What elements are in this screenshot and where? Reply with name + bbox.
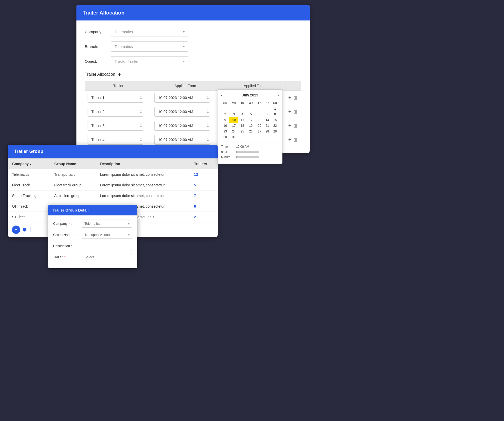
cal-next-btn[interactable]: ›	[278, 93, 279, 97]
cal-date[interactable]: 20	[255, 123, 264, 129]
cal-date[interactable]: 19	[246, 123, 255, 129]
cal-prev-btn[interactable]: ‹	[221, 93, 222, 97]
cal-date[interactable]: 8	[271, 111, 279, 117]
from3-arrows: ▲ ▼	[207, 123, 209, 128]
from4-down[interactable]: ▼	[207, 140, 209, 142]
cal-date[interactable]: 15	[271, 117, 279, 123]
from1-input[interactable]	[154, 93, 210, 103]
from4-up[interactable]: ▲	[207, 137, 209, 140]
hour-slider-fill	[236, 151, 237, 153]
trailer2-input[interactable]	[88, 107, 143, 117]
row2-add-btn[interactable]: +	[288, 109, 292, 115]
trailer3-input[interactable]	[88, 121, 143, 131]
cal-date-today[interactable]: 10	[229, 117, 238, 123]
cal-date[interactable]: 3	[229, 111, 238, 117]
from4-input[interactable]	[154, 135, 210, 145]
cal-date[interactable]: 27	[255, 129, 264, 134]
cal-week-1: 1	[221, 106, 279, 111]
row3-delete-btn[interactable]: 🗑	[293, 123, 298, 129]
tg-add-button[interactable]: +	[12, 226, 20, 234]
trailer3-up[interactable]: ▲	[140, 123, 142, 126]
branch-select[interactable]: Telematics	[111, 41, 188, 52]
from3-down[interactable]: ▼	[207, 126, 209, 128]
cal-date[interactable]: 21	[264, 123, 271, 129]
object-select[interactable]: Tractor Trailer	[111, 56, 188, 66]
trailer3-down[interactable]: ▼	[140, 126, 142, 128]
cal-date[interactable]: 5	[246, 111, 255, 117]
trailer1-down[interactable]: ▼	[140, 98, 142, 100]
from3-spinner: ▲ ▼	[154, 121, 210, 131]
cal-day-empty	[221, 106, 229, 111]
tg-col-group-name: Group Name	[50, 159, 96, 169]
cal-date[interactable]: 29	[271, 129, 279, 134]
cal-date[interactable]: 4	[238, 111, 246, 117]
cal-date[interactable]: 1	[271, 106, 279, 111]
tg-dot-indicator	[23, 228, 26, 231]
tgd-description-input[interactable]	[82, 242, 132, 250]
cal-date[interactable]: 7	[264, 111, 271, 117]
cal-date[interactable]: 14	[264, 117, 271, 123]
from2-input[interactable]	[154, 107, 210, 117]
cal-date[interactable]: 2	[221, 111, 229, 117]
list-item: Smart Tracking All trailers group Lorem …	[8, 191, 218, 201]
trailer2-down[interactable]: ▼	[140, 112, 142, 114]
trailer4-up[interactable]: ▲	[140, 137, 142, 140]
row4-add-btn[interactable]: +	[288, 137, 292, 143]
row2-delete-btn[interactable]: 🗑	[293, 109, 298, 115]
cal-date[interactable]: 9	[221, 117, 229, 123]
trailer4-arrows: ▲ ▼	[140, 137, 142, 142]
trailer-group-detail-panel: Trailer Group Detail Company * : Telemat…	[48, 205, 137, 268]
minute-slider[interactable]	[236, 156, 259, 158]
from1-up[interactable]: ▲	[207, 95, 209, 98]
cal-date[interactable]: 25	[238, 129, 246, 134]
trailer-allocation-title: Trailer Allocation	[83, 10, 125, 16]
cal-day-empty	[264, 106, 271, 111]
row4-action-btns: + 🗑	[288, 137, 299, 143]
trailer1-up[interactable]: ▲	[140, 95, 142, 98]
tg-description: Lorem ipsum dolor sit amet, consectetur	[96, 180, 190, 191]
cal-date[interactable]: 6	[255, 111, 264, 117]
tgd-company-select[interactable]: Telematics	[82, 220, 132, 228]
company-select[interactable]: Telematics	[111, 27, 188, 37]
cal-date[interactable]: 13	[255, 117, 264, 123]
trailer1-input[interactable]	[88, 93, 143, 103]
cal-date[interactable]: 17	[229, 123, 238, 129]
cal-date[interactable]: 23	[221, 129, 229, 134]
tg-trailers-count: 5	[190, 180, 218, 191]
row1-action-btns: + 🗑	[288, 95, 299, 101]
minute-row: Minute	[221, 155, 279, 159]
tg-col-company[interactable]: Company	[8, 159, 50, 169]
trailer2-up[interactable]: ▲	[140, 109, 142, 112]
row4-delete-btn[interactable]: 🗑	[293, 137, 298, 143]
from2-up[interactable]: ▲	[207, 109, 209, 112]
tgd-trailer-input[interactable]	[82, 253, 132, 261]
allocation-section-title-row: Trailer Allocation +	[85, 72, 301, 77]
cal-date[interactable]: 24	[229, 129, 238, 134]
cal-date[interactable]: 30	[221, 134, 229, 140]
trailer4-input[interactable]	[88, 135, 143, 145]
from3-up[interactable]: ▲	[207, 123, 209, 126]
row1-add-btn[interactable]: +	[288, 95, 292, 101]
tgd-description-label: Description :	[53, 244, 82, 248]
cal-date[interactable]: 31	[229, 134, 238, 140]
tgd-groupname-select[interactable]: Transport Valsad	[82, 231, 132, 239]
tg-trailers-count: 6	[190, 201, 218, 212]
tg-col-trailers: Trailers	[190, 159, 218, 169]
cal-date[interactable]: 16	[221, 123, 229, 129]
hour-slider[interactable]	[236, 151, 259, 153]
from4-arrows: ▲ ▼	[207, 137, 209, 142]
cal-date[interactable]: 28	[264, 129, 271, 134]
cal-date[interactable]: 22	[271, 123, 279, 129]
allocation-add-button[interactable]: +	[118, 72, 121, 77]
from1-down[interactable]: ▼	[207, 98, 209, 100]
cal-date[interactable]: 18	[238, 123, 246, 129]
cal-date[interactable]: 26	[246, 129, 255, 134]
row1-delete-btn[interactable]: 🗑	[293, 95, 298, 101]
cal-day-empty	[255, 134, 264, 140]
row3-add-btn[interactable]: +	[288, 123, 292, 129]
trailer4-down[interactable]: ▼	[140, 140, 142, 142]
cal-date[interactable]: 11	[238, 117, 246, 123]
from3-input[interactable]	[154, 121, 210, 131]
cal-date[interactable]: 12	[246, 117, 255, 123]
from2-down[interactable]: ▼	[207, 112, 209, 114]
